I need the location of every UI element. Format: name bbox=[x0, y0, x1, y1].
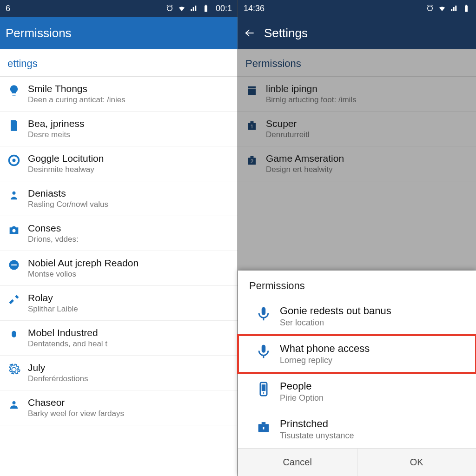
bug-icon bbox=[7, 327, 28, 341]
sheet-title: Permissions bbox=[238, 271, 476, 298]
svg-point-6 bbox=[13, 401, 16, 404]
item-sub: Dentatends, and heal t bbox=[28, 339, 230, 349]
item-sub: Drions, vddes: bbox=[28, 235, 230, 244]
list-item[interactable]: Bea, jprinessDesre meits bbox=[0, 112, 238, 146]
phone-left: 6 00:1 Permissions ettings Smile ThongsD… bbox=[0, 0, 238, 476]
minus-circle-icon bbox=[7, 258, 28, 271]
alarm-icon bbox=[165, 4, 174, 13]
status-icons bbox=[264, 4, 470, 13]
battery-icon bbox=[462, 4, 470, 13]
item-sub: Pirie Option bbox=[280, 393, 467, 403]
item-sub: Deen a curing anticat: /inies bbox=[28, 95, 230, 105]
wifi-icon bbox=[438, 4, 446, 13]
microphone-icon bbox=[247, 305, 280, 322]
settings-list[interactable]: Smile ThongsDeen a curing anticat: /inie… bbox=[0, 77, 238, 476]
status-time-right: 00:1 bbox=[216, 4, 232, 13]
item-title: Conses bbox=[28, 223, 230, 234]
item-title: July bbox=[28, 362, 230, 373]
list-item[interactable]: Mobel IndustredDentatends, and heal t bbox=[0, 321, 238, 356]
list-item[interactable]: ChaseorBarky weel for view fardays bbox=[0, 390, 238, 425]
location-icon bbox=[7, 153, 28, 167]
signal-icon bbox=[190, 4, 198, 13]
item-title: Nobiel Aut jcreph Readon bbox=[28, 258, 230, 269]
status-time-left: 6 bbox=[6, 4, 10, 13]
status-bar: 6 00:1 bbox=[0, 0, 238, 17]
signal-icon bbox=[450, 4, 458, 13]
list-item[interactable]: RolaySplithar Laible bbox=[0, 286, 238, 321]
item-title: Gonie redests out banus bbox=[280, 305, 467, 317]
lightbulb-icon bbox=[7, 83, 28, 97]
item-title: People bbox=[280, 380, 467, 392]
svg-point-15 bbox=[263, 392, 264, 394]
item-title: Prinstched bbox=[280, 418, 467, 430]
item-sub: Montse volios bbox=[28, 270, 230, 279]
item-sub: Denferérdostions bbox=[28, 374, 230, 383]
item-sub: Tisustate unystance bbox=[280, 431, 467, 441]
status-bar: 14:36 bbox=[238, 0, 476, 17]
list-item[interactable]: ConsesDrions, vddes: bbox=[0, 216, 238, 251]
item-title: Deniasts bbox=[28, 188, 230, 199]
app-bar: Permissions bbox=[0, 17, 238, 49]
sheet-item[interactable]: Gonie redests out banusSer location bbox=[238, 298, 476, 335]
svg-rect-14 bbox=[262, 384, 266, 391]
contact-icon bbox=[7, 397, 28, 411]
item-sub: Desinmite healway bbox=[28, 165, 230, 174]
section-header: ettings bbox=[0, 49, 238, 77]
camera-icon bbox=[7, 223, 28, 237]
cancel-button[interactable]: Cancel bbox=[238, 449, 357, 476]
item-sub: Splithar Laible bbox=[28, 304, 230, 314]
svg-rect-17 bbox=[262, 422, 266, 424]
gear-icon bbox=[7, 362, 28, 376]
list-item[interactable]: Goggle LocitutionDesinmite healway bbox=[0, 146, 238, 181]
sheet-actions: Cancel OK bbox=[238, 448, 476, 476]
appbar-title: Settings bbox=[264, 26, 308, 40]
briefcase-icon bbox=[247, 418, 280, 435]
status-icons: 00:1 bbox=[10, 4, 232, 13]
item-sub: Barky weel for view fardays bbox=[28, 409, 230, 418]
item-sub: Rasling Cor/nowl valus bbox=[28, 200, 230, 209]
list-item[interactable]: Nobiel Aut jcreph ReadonMontse volios bbox=[0, 251, 238, 286]
sheet-item[interactable]: PrinstchedTisustate unystance bbox=[238, 410, 476, 448]
item-sub: Desre meits bbox=[28, 130, 230, 139]
phone-icon bbox=[247, 380, 280, 397]
app-bar: Settings bbox=[238, 17, 476, 49]
appbar-title: Permissions bbox=[6, 26, 72, 40]
permissions-sheet: Permissions Gonie redests out banusSer l… bbox=[238, 271, 476, 476]
sheet-item-highlighted[interactable]: What phone accessLorneg replicy bbox=[238, 335, 476, 373]
item-title: Chaseor bbox=[28, 397, 230, 408]
document-icon bbox=[7, 118, 28, 132]
microphone-icon bbox=[247, 343, 280, 359]
list-item[interactable]: JulyDenferérdostions bbox=[0, 356, 238, 390]
item-sub: Lorneg replicy bbox=[280, 356, 467, 365]
list-item[interactable]: DeniastsRasling Cor/nowl valus bbox=[0, 181, 238, 216]
svg-point-2 bbox=[13, 192, 16, 195]
item-title: Goggle Locitution bbox=[28, 153, 230, 164]
item-sub: Ser location bbox=[280, 318, 467, 328]
list-item[interactable]: Smile ThongsDeen a curing anticat: /inie… bbox=[0, 77, 238, 112]
tools-icon bbox=[7, 292, 28, 306]
item-title: Bea, jpriness bbox=[28, 118, 230, 129]
ok-button[interactable]: OK bbox=[357, 449, 476, 476]
svg-point-1 bbox=[13, 159, 16, 162]
back-icon[interactable] bbox=[244, 27, 256, 39]
item-title: Rolay bbox=[28, 292, 230, 304]
status-time-left: 14:36 bbox=[244, 4, 264, 13]
body: Permissions linble ipingnBirnlg artuctin… bbox=[238, 49, 476, 476]
svg-point-3 bbox=[13, 229, 16, 232]
item-title: Smile Thongs bbox=[28, 83, 230, 94]
wifi-icon bbox=[178, 4, 186, 13]
sheet-item[interactable]: PeoplePirie Option bbox=[238, 373, 476, 410]
phone-right: 14:36 Settings Permissions linble ipingn… bbox=[238, 0, 476, 476]
item-title: Mobel Industred bbox=[28, 327, 230, 338]
battery-icon bbox=[202, 4, 210, 13]
person-icon bbox=[7, 188, 28, 202]
alarm-icon bbox=[426, 4, 434, 13]
svg-rect-5 bbox=[11, 264, 17, 265]
item-title: What phone access bbox=[280, 343, 467, 355]
